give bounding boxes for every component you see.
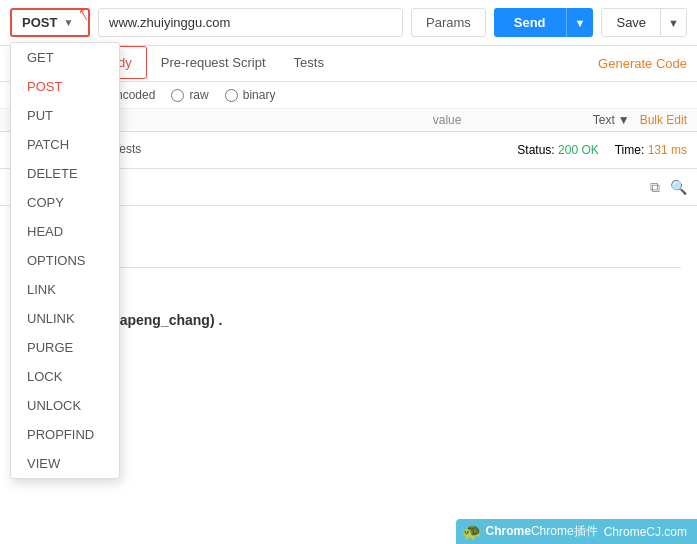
raw-option[interactable]: raw [171, 88, 208, 102]
method-dropdown-menu: GET POST PUT PATCH DELETE COPY HEAD OPTI… [10, 42, 120, 479]
value-column-label: value [301, 113, 592, 127]
binary-option[interactable]: binary [225, 88, 276, 102]
params-button[interactable]: Params [411, 8, 486, 37]
dropdown-item-link[interactable]: LINK [11, 275, 119, 304]
dropdown-item-lock[interactable]: LOCK [11, 362, 119, 391]
send-button[interactable]: Send [494, 8, 566, 37]
time-value: 131 ms [648, 143, 687, 157]
dropdown-item-post[interactable]: POST [11, 72, 119, 101]
copy-icon[interactable]: ⧉ [650, 179, 660, 196]
send-button-group: Send ▼ [494, 8, 594, 37]
status-info: Status: 200 OK Time: 131 ms [517, 143, 687, 157]
method-chevron-icon: ▼ [63, 17, 73, 28]
watermark-brand: ChromeChrome插件 [486, 523, 598, 540]
dropdown-item-purge[interactable]: PURGE [11, 333, 119, 362]
dropdown-item-unlock[interactable]: UNLOCK [11, 391, 119, 420]
generate-code-button[interactable]: Generate Code [598, 56, 687, 71]
tab-pre-request-script[interactable]: Pre-request Script [147, 47, 280, 80]
dropdown-item-options[interactable]: OPTIONS [11, 246, 119, 275]
turtle-icon: 🐢 [462, 522, 482, 541]
bulk-edit-button[interactable]: Bulk Edit [640, 113, 687, 127]
text-dropdown[interactable]: Text ▼ [593, 113, 630, 127]
dropdown-item-get[interactable]: GET [11, 43, 119, 72]
kv-right-buttons: Text ▼ Bulk Edit [593, 113, 687, 127]
status-label: Status: 200 OK [517, 143, 598, 157]
text-dropdown-chevron-icon: ▼ [618, 113, 630, 127]
tab-tests[interactable]: Tests [280, 47, 338, 80]
top-bar: POST ▼ Params Send ▼ Save ▼ [0, 0, 697, 46]
method-label: POST [22, 15, 57, 30]
dropdown-item-propfind[interactable]: PROPFIND [11, 420, 119, 449]
save-dropdown-button[interactable]: ▼ [660, 9, 686, 36]
url-input[interactable] [98, 8, 403, 37]
status-value: 200 OK [558, 143, 599, 157]
save-button-group: Save ▼ [601, 8, 687, 37]
dropdown-item-unlink[interactable]: UNLINK [11, 304, 119, 333]
send-dropdown-button[interactable]: ▼ [566, 8, 594, 37]
dropdown-item-head[interactable]: HEAD [11, 217, 119, 246]
dropdown-item-view[interactable]: VIEW [11, 449, 119, 478]
time-label: Time: 131 ms [615, 143, 687, 157]
dropdown-item-delete[interactable]: DELETE [11, 159, 119, 188]
preview-icon-group: ⧉ 🔍 [650, 179, 687, 196]
search-icon[interactable]: 🔍 [670, 179, 687, 196]
watermark-domain: ChromeCJ.com [604, 525, 687, 539]
save-button[interactable]: Save [602, 9, 660, 36]
dropdown-item-put[interactable]: PUT [11, 101, 119, 130]
dropdown-item-patch[interactable]: PATCH [11, 130, 119, 159]
watermark: 🐢 ChromeChrome插件 ChromeCJ.com [456, 519, 697, 544]
binary-radio[interactable] [225, 89, 238, 102]
dropdown-item-copy[interactable]: COPY [11, 188, 119, 217]
raw-radio[interactable] [171, 89, 184, 102]
